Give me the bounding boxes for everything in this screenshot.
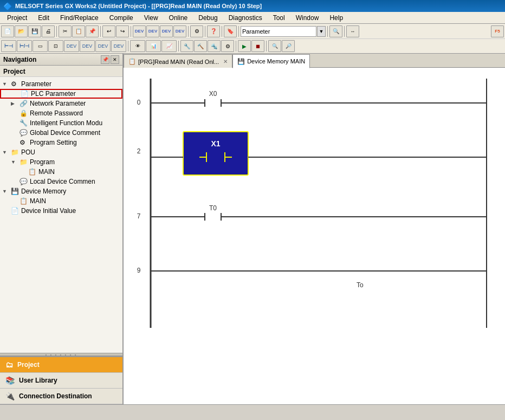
tree-item-intelligent-function[interactable]: 🔧 Intelligent Function Modu — [0, 118, 122, 128]
toolbar-row-1: 📄 📂 💾 🖨 ✂ 📋 📌 ↩ ↪ DEV DEV DEV DEV ⚙ ❓ 🔖 … — [0, 24, 505, 39]
dev-btn4[interactable]: DEV — [173, 25, 186, 37]
expand-device-memory: ▼ — [2, 189, 11, 194]
help-button[interactable]: ❓ — [207, 25, 220, 37]
icon-parameter: ⚙ — [11, 80, 20, 88]
view-btn2[interactable]: 📊 — [146, 40, 161, 52]
parameter-combo-arrow[interactable]: ▼ — [317, 26, 326, 37]
stop-btn[interactable]: ⏹ — [251, 40, 264, 52]
parameter-combo[interactable] — [241, 26, 316, 37]
tree-item-global-device-comment[interactable]: 💬 Global Device Comment — [0, 128, 122, 138]
tab-prg-main-icon: 📋 — [128, 58, 136, 65]
ladder-btn5[interactable]: DEV — [64, 40, 79, 52]
ladder-btn7[interactable]: DEV — [95, 40, 111, 52]
tree-item-remote-password[interactable]: 🔒 Remote Password — [0, 108, 122, 118]
icon-pou: 📁 — [11, 148, 20, 156]
tree-item-device-memory[interactable]: ▼ 💾 Device Memory — [0, 186, 122, 196]
tree-item-program-setting[interactable]: ⚙ Program Setting — [0, 138, 122, 147]
icon-program: 📁 — [20, 158, 28, 166]
nav-pin-button[interactable]: 📌 — [101, 55, 109, 64]
tree-item-device-memory-main[interactable]: 📋 MAIN — [0, 196, 122, 206]
dev-btn1[interactable]: DEV — [133, 25, 146, 37]
label-main: MAIN — [38, 168, 55, 176]
tab-project[interactable]: 🗂 Project — [0, 357, 122, 373]
view-btn3[interactable]: 📈 — [161, 40, 177, 52]
expand-global-device-comment — [11, 130, 20, 135]
tool-btn4[interactable]: ⚙ — [221, 40, 234, 52]
ladder-btn4[interactable]: ⊡ — [48, 40, 63, 52]
tree-item-device-initial-value[interactable]: 📄 Device Initial Value — [0, 206, 122, 216]
connection-destination-tab-label: Connection Destination — [19, 392, 92, 400]
title-bar: 🔷 MELSOFT Series GX Works2 (Untitled Pro… — [0, 0, 505, 12]
nav-header: Navigation 📌 ✕ — [0, 54, 122, 66]
icon-device-initial-value: 📄 — [11, 207, 20, 215]
icon-device-memory-main: 📋 — [20, 197, 28, 205]
view-btn1[interactable]: 👁 — [130, 40, 145, 52]
tab-device-memory-main[interactable]: 💾 Device Memory MAIN — [232, 54, 310, 68]
expand-device-memory-main — [11, 198, 20, 204]
expand-pou: ▼ — [2, 150, 11, 155]
expand-button[interactable]: ↔ — [346, 25, 359, 37]
dev-btn2[interactable]: DEV — [146, 25, 159, 37]
tree-item-plc-parameter[interactable]: 📄 PLC Parameter — [0, 89, 122, 99]
fs-button[interactable]: F5 — [491, 25, 504, 37]
menu-edit[interactable]: Edit — [33, 12, 54, 23]
menu-help[interactable]: Help — [325, 12, 348, 23]
cut-button[interactable]: ✂ — [59, 25, 72, 37]
tab-connection-destination[interactable]: 🔌 Connection Destination — [0, 389, 122, 404]
tool-btn1[interactable]: 🔧 — [180, 40, 193, 52]
nav-bottom-tabs: 🗂 Project 📚 User Library 🔌 Connection De… — [0, 356, 122, 404]
user-library-tab-icon: 📚 — [5, 376, 15, 385]
tree-item-network-parameter[interactable]: ▶ 🔗 Network Parameter — [0, 99, 122, 108]
zoom-btn2[interactable]: 🔎 — [282, 40, 295, 52]
menu-compile[interactable]: Compile — [105, 12, 138, 23]
label-remote-password: Remote Password — [30, 109, 83, 117]
menu-window[interactable]: Window — [291, 12, 324, 23]
label-device-initial-value: Device Initial Value — [21, 207, 76, 215]
menu-online[interactable]: Online — [164, 12, 193, 23]
search-button[interactable]: 🔍 — [329, 25, 342, 37]
copy-button[interactable]: 📋 — [72, 25, 85, 37]
menu-project[interactable]: Project — [2, 12, 32, 23]
contact-t0-label: T0 — [209, 204, 217, 212]
menu-diagnostics[interactable]: Diagnostics — [224, 12, 267, 23]
ladder-btn6[interactable]: DEV — [80, 40, 95, 52]
nav-panel: Navigation 📌 ✕ Project ▼ ⚙ Parameter 📄 P… — [0, 54, 124, 404]
open-button[interactable]: 📂 — [15, 25, 28, 37]
menu-tool[interactable]: Tool — [268, 12, 290, 23]
menu-findreplace[interactable]: Find/Replace — [55, 12, 103, 23]
print-button[interactable]: 🖨 — [42, 25, 55, 37]
ladder-btn8[interactable]: DEV — [111, 40, 126, 52]
user-library-tab-label: User Library — [19, 377, 57, 384]
ladder-btn3[interactable]: ▭ — [33, 40, 48, 52]
nav-close-button[interactable]: ✕ — [111, 55, 119, 64]
new-button[interactable]: 📄 — [1, 25, 14, 37]
tree-item-main[interactable]: 📋 MAIN — [0, 167, 122, 177]
ladder-btn1[interactable]: ⊢⊣ — [1, 40, 16, 52]
ladder-btn2[interactable]: ⊢/⊣ — [17, 40, 32, 52]
bookmark-button[interactable]: 🔖 — [224, 25, 237, 37]
rung-number-9: 9 — [137, 267, 141, 274]
tab-user-library[interactable]: 📚 User Library — [0, 373, 122, 389]
paste-button[interactable]: 📌 — [86, 25, 99, 37]
tab-prg-main-close[interactable]: ✕ — [223, 59, 228, 64]
dev-btn3[interactable]: DEV — [160, 25, 173, 37]
tab-prg-main[interactable]: 📋 [PRG]Read MAIN (Read Onl... ✕ — [124, 54, 232, 68]
tree-item-parameter[interactable]: ▼ ⚙ Parameter — [0, 79, 122, 89]
connection-destination-tab-icon: 🔌 — [5, 392, 15, 400]
tree-item-local-device-comment[interactable]: 💬 Local Device Commen — [0, 177, 122, 186]
menu-view[interactable]: View — [139, 12, 163, 23]
save-button[interactable]: 💾 — [28, 25, 41, 37]
tool-btn3[interactable]: 🔩 — [208, 40, 221, 52]
settings-button[interactable]: ⚙ — [190, 25, 203, 37]
tree-item-pou[interactable]: ▼ 📁 POU — [0, 147, 122, 157]
tree-item-program[interactable]: ▼ 📁 Program — [0, 157, 122, 167]
tool-btn2[interactable]: 🔨 — [194, 40, 207, 52]
zoom-btn1[interactable]: 🔍 — [268, 40, 281, 52]
redo-button[interactable]: ↪ — [116, 25, 129, 37]
menu-debug[interactable]: Debug — [193, 12, 222, 23]
ladder-area[interactable]: 0 X0 2 X1 — [124, 68, 505, 404]
label-parameter: Parameter — [21, 80, 51, 88]
undo-button[interactable]: ↩ — [102, 25, 115, 37]
project-root-label: Project — [0, 66, 122, 77]
run-btn[interactable]: ▶ — [238, 40, 251, 52]
